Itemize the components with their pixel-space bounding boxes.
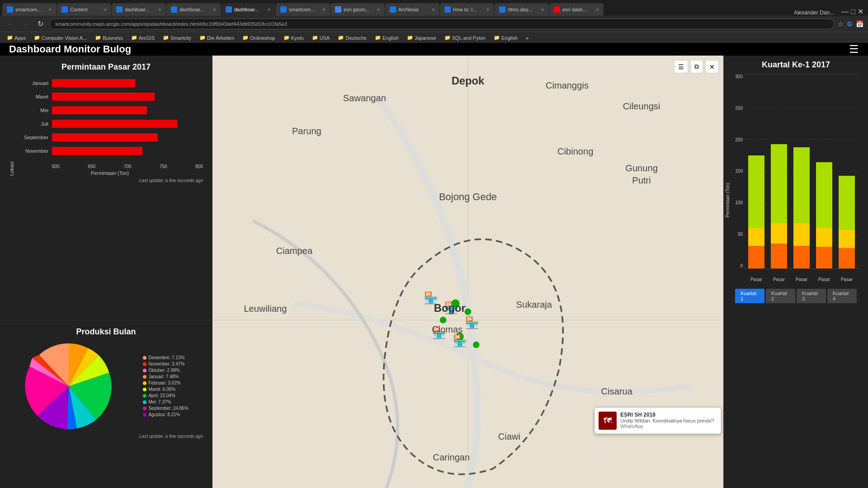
hamburger-menu-icon[interactable]: ☰	[849, 43, 859, 56]
legend-november: November: 3.47%	[143, 361, 188, 366]
tab-close-4[interactable]: ✕	[267, 7, 271, 12]
tab-close-10[interactable]: ✕	[595, 7, 599, 12]
legend-mei: Mei: 7.37%	[143, 399, 188, 404]
svg-text:Caringan: Caringan	[433, 452, 470, 462]
nav-bar: ← → ↻ smartcommunity.maps.arcgis.com/app…	[0, 16, 868, 32]
legend-label-agustus: Agustus: 8.21%	[148, 412, 180, 417]
bookmark-cv[interactable]: 📁 Computer Vision A...	[32, 34, 89, 42]
google-account-icon[interactable]: G	[847, 20, 852, 28]
tab-close-9[interactable]: ✕	[541, 7, 544, 12]
svg-text:🏪: 🏪	[465, 316, 479, 330]
bookmark-apps[interactable]: 📁 Apps	[5, 34, 28, 42]
map-close-btn[interactable]: ✕	[705, 60, 719, 73]
bookmark-star-icon[interactable]: ☆	[838, 20, 844, 28]
tab-6[interactable]: esri geom... ✕	[330, 3, 385, 16]
tab-kuartal-4[interactable]: Kuartal 4	[827, 289, 857, 303]
bar-chart: Januari Maret	[17, 76, 203, 162]
tab-kuartal-1[interactable]: Kuartal 1	[735, 289, 764, 303]
pie-chart-last-update: Last update: a few seconds ago	[9, 434, 203, 439]
tab-0[interactable]: smartcom... ✕	[2, 3, 57, 16]
bookmark-english1[interactable]: 📁 English	[373, 34, 401, 42]
tab-favicon-9	[499, 6, 505, 13]
tab-kuartal-3[interactable]: Kuartal 3	[797, 289, 826, 303]
bookmark-onlineshop[interactable]: 📁 Onlineshop	[240, 34, 278, 42]
tab-close-5[interactable]: ✕	[322, 7, 326, 12]
tab-3[interactable]: dashboar... ✕	[166, 3, 221, 16]
tab-close-1[interactable]: ✕	[103, 7, 107, 12]
back-btn[interactable]: ←	[5, 19, 16, 29]
bookmark-arcgis[interactable]: 📁 ArcGIS	[129, 34, 157, 42]
maximize-btn[interactable]: □	[851, 8, 855, 16]
bar-segment-3-0	[816, 247, 832, 268]
y-axis-label: Permintaan (Ton)	[725, 183, 730, 218]
notification-popup: 🗺 ESRI SH 2018 Undip Wildan: Koordinatny…	[594, 408, 721, 434]
x-tick-3: 750	[160, 164, 167, 169]
bookmark-usa[interactable]: 📁 USA	[310, 34, 332, 42]
tab-8[interactable]: How to: I... ✕	[440, 3, 494, 16]
tab-label-1: Content	[70, 7, 88, 12]
tab-2[interactable]: dashboar... ✕	[112, 3, 166, 16]
notif-title: ESRI SH 2018	[620, 412, 714, 418]
tab-7[interactable]: ArcNesia ✕	[385, 3, 439, 16]
y-axis: 300 250 200 150 100 50 0	[731, 74, 744, 268]
svg-text:Bogor: Bogor	[434, 302, 466, 314]
tab-close-7[interactable]: ✕	[431, 7, 435, 12]
minimize-btn[interactable]: —	[841, 8, 849, 16]
x-tick-0: 600	[52, 164, 60, 169]
tab-label-3: dashboar...	[179, 7, 204, 12]
tab-close-2[interactable]: ✕	[158, 7, 161, 12]
tab-close-0[interactable]: ✕	[48, 7, 52, 12]
tab-10[interactable]: esri dash... ✕	[549, 3, 604, 16]
map-layer-btn[interactable]: ⧉	[690, 60, 703, 73]
tab-5[interactable]: smartcom... ✕	[276, 3, 330, 16]
address-bar[interactable]: smartcommunity.maps.arcgis.com/apps/opsd…	[49, 19, 834, 29]
svg-text:Ciampea: Ciampea	[276, 246, 313, 256]
reload-btn[interactable]: ↻	[35, 19, 46, 29]
svg-text:Ciomas: Ciomas	[432, 324, 462, 334]
address-text: smartcommunity.maps.arcgis.com/apps/opsd…	[55, 21, 287, 27]
svg-text:Ciawi: Ciawi	[498, 432, 520, 441]
bookmark-deutsche[interactable]: 📁 Deutsche	[335, 34, 368, 42]
legend-dot-mei	[143, 400, 146, 404]
window-controls[interactable]: — □ ✕	[839, 7, 866, 16]
tab-4[interactable]: dashboar... ✕	[221, 3, 275, 16]
bar-row-november: November	[17, 145, 203, 156]
close-btn[interactable]: ✕	[858, 7, 863, 16]
bookmark-japanese[interactable]: 📁 Japanese	[405, 34, 439, 42]
tab-close-8[interactable]: ✕	[486, 7, 490, 12]
tab-9[interactable]: rttmc.dep... ✕	[495, 3, 549, 16]
user-label: Alexander Dan...	[789, 9, 839, 16]
bookmark-kyoto[interactable]: 📁 Kyoto	[281, 34, 306, 42]
bar-segment-2-2	[793, 147, 809, 223]
bookmark-english2[interactable]: 📁 English	[491, 34, 520, 42]
bookmark-smartcity[interactable]: 📁 Smartcity	[160, 34, 193, 42]
bar-fill-5	[52, 147, 142, 155]
bar-label-0: Januari	[17, 80, 48, 86]
nav-icons: ☆ G 📅	[838, 20, 863, 28]
tab-label-10: esri dash...	[562, 7, 587, 12]
legend-maret: Maret: 6.00%	[143, 387, 188, 392]
svg-text:Sukaraja: Sukaraja	[516, 300, 552, 310]
calendar-icon[interactable]: 📅	[856, 20, 863, 28]
bookmark-sql[interactable]: 📁 SQL and Pyton	[442, 34, 488, 42]
tab-close-6[interactable]: ✕	[377, 7, 380, 12]
bookmark-die-arbeiten[interactable]: 📁 Die Arbeiten	[197, 34, 236, 42]
notif-body: Undip Wildan: Koordinatnya harus presisi…	[620, 418, 714, 423]
bookmark-business[interactable]: 📁 Business	[93, 34, 125, 42]
tab-label-6: esri geom...	[344, 7, 369, 12]
bar-group-1	[769, 144, 789, 268]
tab-close-3[interactable]: ✕	[212, 7, 216, 12]
x-label-3: Pasar	[814, 277, 834, 282]
map-list-btn[interactable]: ☰	[674, 60, 688, 73]
legend-label-april: April: 23.04%	[148, 393, 175, 398]
tab-kuartal-2[interactable]: Kuartal 2	[766, 289, 795, 303]
bar-label-2: Mei	[17, 108, 48, 113]
bar-segment-1-2	[771, 144, 787, 223]
y-tick-50: 50	[738, 232, 743, 237]
bar-row-januari: Januari	[17, 78, 203, 89]
bookmark-more[interactable]: »	[524, 34, 531, 42]
tab-1[interactable]: Content ✕	[57, 3, 111, 16]
tab-label-9: rttmc.dep...	[508, 7, 533, 12]
y-tick-0: 0	[740, 263, 743, 268]
forward-btn[interactable]: →	[20, 19, 32, 29]
